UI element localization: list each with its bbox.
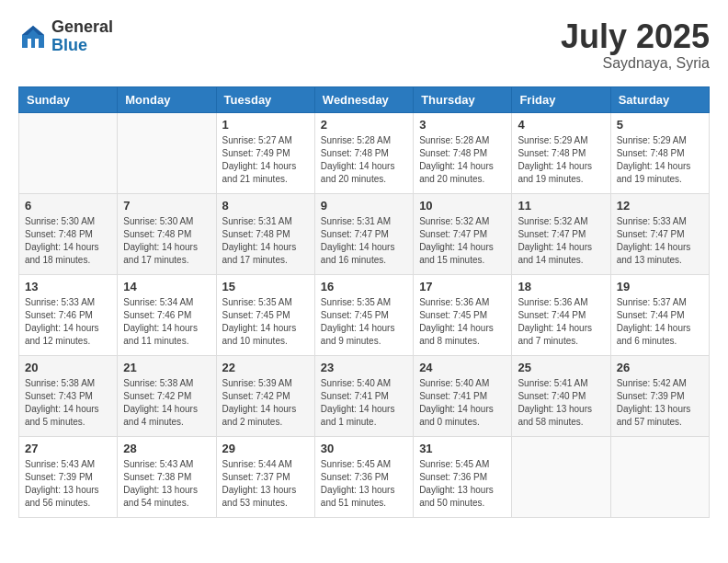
day-info: Daylight: 14 hours and 6 minutes. <box>617 322 703 348</box>
day-info: Daylight: 13 hours and 56 minutes. <box>25 484 111 510</box>
weekday-header: Wednesday <box>314 86 413 112</box>
day-info: Daylight: 14 hours and 15 minutes. <box>419 241 506 267</box>
day-info: Daylight: 14 hours and 20 minutes. <box>321 160 407 186</box>
page-header: General Blue July 2025 Saydnaya, Syria <box>18 18 710 72</box>
day-info: Sunrise: 5:36 AM <box>419 296 506 309</box>
day-info: Daylight: 14 hours and 12 minutes. <box>25 322 111 348</box>
day-info: Sunrise: 5:33 AM <box>25 296 111 309</box>
day-info: Daylight: 14 hours and 8 minutes. <box>419 322 506 348</box>
calendar-cell: 31Sunrise: 5:45 AMSunset: 7:36 PMDayligh… <box>414 436 512 517</box>
day-info: Sunrise: 5:44 AM <box>222 458 309 471</box>
day-info: Sunset: 7:48 PM <box>123 228 210 241</box>
calendar-cell: 22Sunrise: 5:39 AMSunset: 7:42 PMDayligh… <box>216 355 314 436</box>
calendar-week-row: 6Sunrise: 5:30 AMSunset: 7:48 PMDaylight… <box>19 193 710 274</box>
day-info: Daylight: 14 hours and 18 minutes. <box>25 241 111 267</box>
day-info: Daylight: 13 hours and 50 minutes. <box>419 484 506 510</box>
day-info: Daylight: 14 hours and 7 minutes. <box>518 322 604 348</box>
day-info: Sunrise: 5:27 AM <box>222 134 309 147</box>
day-info: Daylight: 13 hours and 53 minutes. <box>222 484 309 510</box>
day-number: 7 <box>123 199 210 213</box>
day-info: Sunrise: 5:38 AM <box>25 377 111 390</box>
day-info: Sunset: 7:47 PM <box>321 228 407 241</box>
day-info: Sunrise: 5:34 AM <box>123 296 210 309</box>
calendar-cell: 24Sunrise: 5:40 AMSunset: 7:41 PMDayligh… <box>414 355 512 436</box>
calendar-cell: 28Sunrise: 5:43 AMSunset: 7:38 PMDayligh… <box>118 436 216 517</box>
day-number: 14 <box>123 280 210 293</box>
calendar-cell: 10Sunrise: 5:32 AMSunset: 7:47 PMDayligh… <box>414 193 512 274</box>
weekday-header-row: SundayMondayTuesdayWednesdayThursdayFrid… <box>19 86 710 112</box>
calendar-cell: 13Sunrise: 5:33 AMSunset: 7:46 PMDayligh… <box>19 274 118 355</box>
calendar-cell: 21Sunrise: 5:38 AMSunset: 7:42 PMDayligh… <box>118 355 216 436</box>
calendar-cell: 18Sunrise: 5:36 AMSunset: 7:44 PMDayligh… <box>512 274 610 355</box>
calendar-cell: 8Sunrise: 5:31 AMSunset: 7:48 PMDaylight… <box>216 193 314 274</box>
weekday-header: Friday <box>512 86 610 112</box>
day-info: Daylight: 14 hours and 21 minutes. <box>222 160 309 186</box>
day-info: Sunset: 7:47 PM <box>419 228 506 241</box>
day-info: Sunset: 7:44 PM <box>617 309 703 322</box>
day-info: Sunrise: 5:40 AM <box>321 377 407 390</box>
day-number: 6 <box>25 199 111 213</box>
day-info: Sunset: 7:41 PM <box>419 390 506 403</box>
weekday-header: Sunday <box>19 86 118 112</box>
day-info: Daylight: 14 hours and 14 minutes. <box>518 241 604 267</box>
day-number: 1 <box>222 118 309 132</box>
calendar-cell: 29Sunrise: 5:44 AMSunset: 7:37 PMDayligh… <box>216 436 314 517</box>
calendar-cell: 7Sunrise: 5:30 AMSunset: 7:48 PMDaylight… <box>118 193 216 274</box>
day-info: Sunrise: 5:29 AM <box>617 134 703 147</box>
day-number: 21 <box>123 361 210 374</box>
day-info: Sunrise: 5:32 AM <box>419 215 506 228</box>
logo-general: General <box>51 18 113 37</box>
day-number: 16 <box>321 280 407 293</box>
calendar-cell: 20Sunrise: 5:38 AMSunset: 7:43 PMDayligh… <box>19 355 118 436</box>
day-number: 12 <box>617 199 703 213</box>
day-info: Daylight: 14 hours and 19 minutes. <box>617 160 703 186</box>
day-number: 8 <box>222 199 309 213</box>
calendar-cell <box>512 436 610 517</box>
calendar-cell: 14Sunrise: 5:34 AMSunset: 7:46 PMDayligh… <box>118 274 216 355</box>
day-info: Daylight: 14 hours and 0 minutes. <box>419 403 506 429</box>
day-info: Daylight: 14 hours and 1 minute. <box>321 403 407 429</box>
day-number: 9 <box>321 199 407 213</box>
day-info: Sunset: 7:48 PM <box>25 228 111 241</box>
day-info: Sunset: 7:49 PM <box>222 147 309 160</box>
day-info: Daylight: 14 hours and 13 minutes. <box>617 241 703 267</box>
calendar-week-row: 13Sunrise: 5:33 AMSunset: 7:46 PMDayligh… <box>19 274 710 355</box>
calendar-table: SundayMondayTuesdayWednesdayThursdayFrid… <box>18 86 710 518</box>
logo-text: General Blue <box>51 18 113 55</box>
day-info: Sunset: 7:48 PM <box>321 147 407 160</box>
day-info: Sunrise: 5:31 AM <box>321 215 407 228</box>
day-info: Sunrise: 5:36 AM <box>518 296 604 309</box>
calendar-cell: 5Sunrise: 5:29 AMSunset: 7:48 PMDaylight… <box>610 112 709 193</box>
day-info: Sunset: 7:45 PM <box>419 309 506 322</box>
calendar-cell: 9Sunrise: 5:31 AMSunset: 7:47 PMDaylight… <box>314 193 413 274</box>
calendar-cell: 12Sunrise: 5:33 AMSunset: 7:47 PMDayligh… <box>610 193 709 274</box>
day-info: Sunset: 7:48 PM <box>222 228 309 241</box>
day-info: Sunset: 7:36 PM <box>321 471 407 484</box>
month-title: July 2025 <box>561 18 710 55</box>
day-number: 15 <box>222 280 309 293</box>
day-info: Sunset: 7:44 PM <box>518 309 604 322</box>
day-info: Daylight: 14 hours and 9 minutes. <box>321 322 407 348</box>
day-info: Sunset: 7:46 PM <box>25 309 111 322</box>
day-number: 2 <box>321 118 407 132</box>
calendar-cell: 2Sunrise: 5:28 AMSunset: 7:48 PMDaylight… <box>314 112 413 193</box>
day-info: Sunrise: 5:35 AM <box>222 296 309 309</box>
calendar-cell <box>19 112 118 193</box>
location: Saydnaya, Syria <box>561 55 710 72</box>
day-info: Sunset: 7:39 PM <box>617 390 703 403</box>
day-info: Daylight: 14 hours and 5 minutes. <box>25 403 111 429</box>
day-info: Sunrise: 5:43 AM <box>123 458 210 471</box>
day-number: 31 <box>419 442 506 455</box>
day-info: Daylight: 14 hours and 17 minutes. <box>222 241 309 267</box>
calendar-cell <box>118 112 216 193</box>
day-info: Sunset: 7:36 PM <box>419 471 506 484</box>
weekday-header: Saturday <box>610 86 709 112</box>
day-info: Daylight: 14 hours and 10 minutes. <box>222 322 309 348</box>
svg-rect-3 <box>35 39 39 48</box>
day-number: 24 <box>419 361 506 374</box>
day-info: Sunset: 7:45 PM <box>321 309 407 322</box>
calendar-cell: 3Sunrise: 5:28 AMSunset: 7:48 PMDaylight… <box>414 112 512 193</box>
day-info: Sunrise: 5:38 AM <box>123 377 210 390</box>
calendar-cell: 27Sunrise: 5:43 AMSunset: 7:39 PMDayligh… <box>19 436 118 517</box>
calendar-cell <box>610 436 709 517</box>
